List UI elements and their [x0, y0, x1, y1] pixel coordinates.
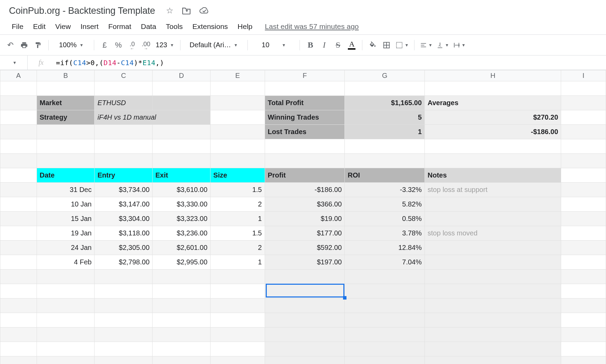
chevron-down-icon: ▼ — [461, 43, 466, 48]
menu-view[interactable]: View — [50, 20, 76, 33]
total-profit-label[interactable]: Total Profit — [265, 96, 345, 110]
hdr-notes[interactable]: Notes — [425, 168, 561, 183]
chevron-down-icon: ▼ — [282, 43, 286, 48]
lost-trades-label[interactable]: Lost Trades — [265, 125, 345, 139]
winning-trades-value[interactable]: 5 — [345, 110, 425, 125]
hdr-roi[interactable]: ROI — [345, 168, 425, 183]
italic-button[interactable]: I — [318, 39, 330, 51]
print-icon[interactable] — [18, 39, 30, 51]
winning-avg[interactable]: $270.20 — [425, 110, 561, 125]
table-row: 10 Jan $3,147.00 $3,330.00 2 $366.00 5.8… — [0, 197, 606, 212]
table-row: 24 Jan $2,305.00 $2,601.00 2 $592.00 12.… — [0, 241, 606, 255]
col-header[interactable]: H — [425, 70, 561, 81]
vertical-align-dropdown[interactable]: ▼ — [435, 39, 450, 51]
hdr-size[interactable]: Size — [211, 168, 265, 183]
winning-trades-label[interactable]: Winning Trades — [265, 110, 345, 125]
chevron-down-icon: ▼ — [404, 43, 409, 48]
col-header[interactable]: C — [95, 70, 153, 81]
separator — [247, 40, 248, 50]
col-header[interactable]: I — [561, 70, 606, 81]
hdr-profit[interactable]: Profit — [265, 168, 345, 183]
menu-file[interactable]: File — [7, 20, 28, 33]
format-currency-button[interactable]: £ — [98, 39, 111, 51]
format-percent-button[interactable]: % — [112, 39, 125, 51]
font-family-dropdown[interactable]: Default (Ari… ▼ — [185, 41, 243, 49]
fx-icon: fx — [28, 59, 55, 67]
separator — [414, 40, 414, 50]
menu-data[interactable]: Data — [136, 20, 161, 33]
chevron-down-icon: ▼ — [79, 43, 84, 48]
separator — [48, 40, 49, 50]
separator — [94, 40, 94, 50]
col-header[interactable]: A — [0, 70, 37, 81]
col-header[interactable]: G — [345, 70, 425, 81]
increase-decimals-button[interactable]: .00 → — [140, 39, 152, 51]
move-to-folder-icon[interactable] — [182, 7, 191, 14]
chevron-down-icon: ▼ — [445, 43, 449, 48]
chevron-down-icon: ▼ — [428, 43, 432, 48]
svg-rect-3 — [397, 42, 402, 48]
last-edit-link[interactable]: Last edit was 57 minutes ago — [265, 22, 359, 31]
borders-icon[interactable] — [380, 39, 393, 51]
text-wrap-dropdown[interactable]: ▼ — [452, 39, 467, 51]
lost-avg[interactable]: -$186.00 — [425, 125, 561, 139]
menu-insert[interactable]: Insert — [76, 20, 104, 33]
strategy-value[interactable]: iF4H vs 1D manual — [95, 110, 211, 125]
fill-color-icon[interactable] — [366, 39, 379, 51]
total-profit-value[interactable]: $1,165.00 — [345, 96, 425, 110]
menu-format[interactable]: Format — [104, 20, 136, 33]
separator — [362, 40, 362, 50]
zoom-value: 100% — [59, 41, 77, 49]
strikethrough-button[interactable]: S — [332, 39, 344, 51]
averages-label[interactable]: Averages — [425, 96, 561, 110]
column-headers[interactable]: A B C D E F G H I — [0, 70, 606, 81]
table-row: 19 Jan $3,118.00 $3,236.00 1.5 $177.00 3… — [0, 226, 606, 241]
formula-bar: ▼ fx =if(C14>0,(D14-C14)*E14,) — [0, 55, 606, 70]
text-color-button[interactable]: A — [345, 40, 358, 50]
selection-handle[interactable] — [343, 296, 346, 300]
font-size-dropdown[interactable]: 10 ▼ — [252, 41, 295, 49]
separator — [300, 40, 300, 50]
chevron-down-icon: ▼ — [13, 60, 17, 65]
chevron-down-icon: ▼ — [234, 43, 238, 48]
hdr-exit[interactable]: Exit — [153, 168, 211, 183]
bold-button[interactable]: B — [304, 39, 316, 51]
zoom-dropdown[interactable]: 100% ▼ — [53, 41, 90, 49]
horizontal-align-dropdown[interactable]: ▼ — [419, 39, 434, 51]
hdr-date[interactable]: Date — [37, 168, 95, 183]
number-format-dropdown[interactable]: 123 ▼ — [154, 41, 176, 49]
hdr-entry[interactable]: Entry — [95, 168, 153, 183]
chevron-down-icon: ▼ — [170, 43, 174, 48]
market-label[interactable]: Market — [37, 96, 95, 110]
paint-format-icon[interactable] — [32, 39, 44, 51]
menu-help[interactable]: Help — [233, 20, 257, 33]
table-row: 15 Jan $3,304.00 $3,323.00 1 $19.00 0.58… — [0, 212, 606, 226]
table-row: 4 Feb $2,798.00 $2,995.00 1 $197.00 7.04… — [0, 255, 606, 270]
strategy-label[interactable]: Strategy — [37, 110, 95, 125]
star-icon[interactable]: ☆ — [166, 6, 174, 16]
decrease-decimals-button[interactable]: .0 ← — [126, 39, 138, 51]
spreadsheet-grid[interactable]: A B C D E F G H I Market ETHUSD Total Pr… — [0, 70, 606, 364]
merge-cells-dropdown[interactable]: ▼ — [394, 39, 410, 51]
col-header[interactable]: D — [153, 70, 211, 81]
col-header[interactable]: B — [37, 70, 95, 81]
col-header[interactable]: E — [211, 70, 265, 81]
cloud-saved-icon[interactable] — [199, 7, 209, 14]
table-row: 31 Dec $3,734.00 $3,610.00 1.5 -$186.00 … — [0, 183, 606, 197]
formula-input[interactable]: =if(C14>0,(D14-C14)*E14,) — [55, 59, 606, 67]
doc-title[interactable]: CoinPub.org - Backtesting Template — [9, 6, 155, 16]
menu-tools[interactable]: Tools — [161, 20, 188, 33]
menu-bar: File Edit View Insert Format Data Tools … — [0, 19, 606, 34]
menu-edit[interactable]: Edit — [28, 20, 50, 33]
name-box[interactable]: ▼ — [0, 55, 28, 70]
lost-trades-value[interactable]: 1 — [345, 125, 425, 139]
menu-extensions[interactable]: Extensions — [188, 20, 233, 33]
col-header[interactable]: F — [265, 70, 345, 81]
toolbar: ↶ 100% ▼ £ % .0 ← .00 → 123 ▼ Default (A… — [0, 35, 606, 55]
market-value[interactable]: ETHUSD — [95, 96, 153, 110]
title-bar: CoinPub.org - Backtesting Template ☆ — [0, 0, 606, 19]
undo-icon[interactable]: ↶ — [4, 39, 17, 51]
separator — [180, 40, 180, 50]
